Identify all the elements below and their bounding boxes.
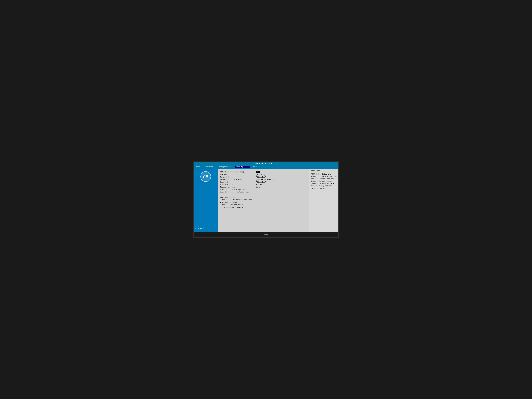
options-panel: POST HotKey Delay (sec) [0] USB Boot [En… xyxy=(218,169,309,232)
boot-item-label: ! USB Network Adapter xyxy=(222,207,244,209)
main-layout: hp F1 = Help POST HotKey Delay (sec) [0]… xyxy=(194,169,338,232)
boot-order-title: UEFI Boot Order xyxy=(220,196,306,199)
boot-item-label: USB CD/DVD ROM Drive xyxy=(222,204,243,206)
boot-item-prefix: ▶ xyxy=(220,202,221,203)
option-post-hotkey[interactable]: POST HotKey Delay (sec) [0] xyxy=(220,171,306,173)
bios-container: BIOS Setup Utility Main Security Configu… xyxy=(194,162,338,232)
menu-main[interactable]: Main xyxy=(195,166,201,168)
boot-order-item-0[interactable]: USB Flash Drive/USB Hard Disk xyxy=(220,199,306,201)
boot-item-label: USB Flash Drive/USB Hard Disk xyxy=(222,199,252,201)
info-panel: Item Spec POST HotKey Delay the amount o… xyxy=(309,169,338,232)
option-load-hp-factory: Load HP Factory Default Keys xyxy=(220,191,306,193)
option-value: [0] xyxy=(256,171,260,173)
option-label: Load HP Factory Default Keys xyxy=(220,191,254,193)
boot-order-section: UEFI Boot Order USB Flash Drive/USB Hard… xyxy=(220,196,306,209)
menu-security[interactable]: Security xyxy=(204,166,214,168)
screen-wrapper: BIOS Setup Utility Main Security Configu… xyxy=(193,162,339,238)
content-area: POST HotKey Delay (sec) [0] USB Boot [En… xyxy=(218,169,338,232)
option-value: [Disabled] xyxy=(256,181,266,183)
info-text: POST HotKey Delay the amount of time the… xyxy=(311,173,337,190)
option-value: Enrolled xyxy=(256,184,264,186)
option-clear-secure-boot[interactable]: Clear All Secure Boot Keys xyxy=(220,188,306,191)
sidebar: hp F1 = Help xyxy=(194,169,218,232)
option-pending-action[interactable]: Pending Action None xyxy=(220,186,306,188)
option-network-boot-protocol[interactable]: Network Boot Protocol [IPv4+IPv6 (UEFI)] xyxy=(220,178,306,181)
boot-order-item-2[interactable]: USB CD/DVD ROM Drive xyxy=(220,204,306,206)
hp-logo: hp xyxy=(200,171,211,182)
option-value: [Disabled] xyxy=(256,176,266,178)
hp-logo-bottom: hp xyxy=(264,233,268,236)
option-value: None xyxy=(256,186,260,188)
option-label: Pending Action xyxy=(220,186,254,188)
option-value: [IPv4+IPv6 (UEFI)] xyxy=(256,179,274,181)
option-label: POST HotKey Delay (sec) xyxy=(220,171,254,173)
option-label: USB Boot xyxy=(220,174,254,176)
option-value: [Enabled] xyxy=(256,174,265,176)
title-text: BIOS Setup Utility xyxy=(255,162,277,165)
option-network-boot[interactable]: Network Boot [Disabled] xyxy=(220,176,306,178)
info-title: Item Spec xyxy=(311,170,337,172)
option-usb-boot[interactable]: USB Boot [Enabled] xyxy=(220,173,306,176)
option-label: Secure Boot xyxy=(220,181,254,183)
boot-order-item-1[interactable]: ▶ OS Boot Manager xyxy=(220,201,306,204)
option-label: Network Boot xyxy=(220,176,254,178)
boot-order-item-3[interactable]: ! USB Network Adapter xyxy=(220,206,306,209)
boot-item-label: OS Boot Manager xyxy=(222,202,238,203)
title-bar: BIOS Setup Utility xyxy=(194,162,338,165)
option-label: Clear All Secure Boot Keys xyxy=(220,189,254,191)
menu-bar: Main Security Configuration Boot Options… xyxy=(194,165,338,169)
help-text: F1 = Help xyxy=(195,227,204,229)
bottom-bar: hp xyxy=(194,232,338,237)
section-gap xyxy=(220,193,306,195)
menu-configuration[interactable]: Configuration xyxy=(217,166,233,168)
menu-boot-options[interactable]: Boot Options xyxy=(235,166,250,168)
option-secure-boot[interactable]: Secure Boot [Disabled] xyxy=(220,181,306,184)
menu-exit[interactable]: Exit xyxy=(252,166,259,168)
option-platform-key[interactable]: Platform Key Enrolled xyxy=(220,184,306,186)
option-label: Network Boot Protocol xyxy=(220,179,254,181)
option-label: Platform Key xyxy=(220,184,254,186)
